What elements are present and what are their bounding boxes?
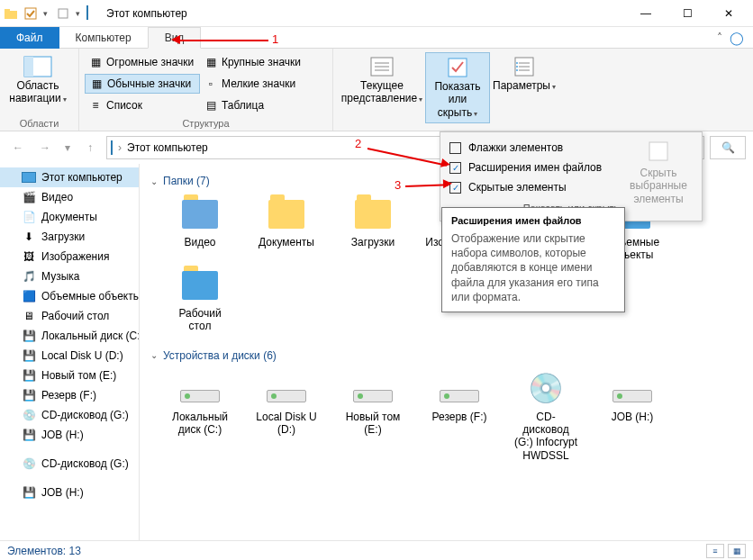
tree-music[interactable]: 🎵Музыка [0,266,139,286]
drives-grid: Локальный диск (C:) Local Disk U (D:) Но… [168,371,742,463]
folder-item[interactable]: Видео [168,196,231,262]
tab-file[interactable]: Файл [0,27,59,49]
up-button[interactable]: ↑ [79,137,101,158]
chevron-down-icon: ⌄ [150,176,158,186]
layout-small[interactable]: ▫Мелкие значки [200,74,315,94]
drive-icon: 💾 [22,368,36,383]
cd-icon: 💿 [524,371,567,407]
ribbon-group-panes: Область навигации▾ Области [0,49,79,131]
drive-item[interactable]: JOB (H:) [601,371,664,463]
collapse-ribbon-icon[interactable]: ˄ [717,32,722,44]
small-icons-icon: ▫ [204,77,218,91]
tree-pictures[interactable]: 🖼Изображения [0,247,139,266]
svg-rect-1 [5,9,10,12]
maximize-button[interactable]: ☐ [667,0,708,27]
tree-drive-c[interactable]: 💾Локальный диск (C:) [0,326,139,346]
address-location: Этот компьютер [127,141,208,154]
current-view-button[interactable]: Текущее представление▾ [339,52,425,109]
tree-drive-f[interactable]: 💾Резерв (F:) [0,385,139,405]
folder-icon [4,6,18,21]
tooltip-title: Расширения имен файлов [451,215,615,226]
anno-arrowhead-2 [440,158,451,169]
help-icon[interactable]: ◯ [730,31,744,45]
forward-button[interactable]: → [34,137,56,158]
anno-arrow-1 [178,40,268,41]
layout-huge[interactable]: ▦Огромные значки [85,52,200,72]
tree-drive-e[interactable]: 💾Новый том (E:) [0,366,139,385]
ribbon-group-view: Текущее представление▾ Показать или скры… [333,49,564,131]
drive-icon [178,371,222,407]
drive-item[interactable]: 💿CD-дисковод (G:) Infocrypt HWDSSL [514,371,577,463]
close-button[interactable]: ✕ [708,0,749,27]
drive-item[interactable]: Резерв (F:) [428,371,491,463]
show-hide-button[interactable]: Показать или скрыть▾ [425,52,490,123]
cube-icon: 🟦 [22,289,36,303]
tab-right: ˄ ◯ [201,27,753,49]
tree-cd-g2[interactable]: 💿CD-дисковод (G:) [0,454,139,474]
anno-arrowhead-3 [443,179,452,188]
tree-drive-d[interactable]: 💾Local Disk U (D:) [0,346,139,366]
tree-drive-h2[interactable]: 💾JOB (H:) [0,483,139,502]
folder-item[interactable]: Документы [255,196,318,262]
svg-point-13 [516,66,518,68]
ribbon-tabs: Файл Компьютер Вид ˄ ◯ [0,27,753,49]
tree-cd-g[interactable]: 💿CD-дисковод (G:) [0,405,139,425]
folder-icon [265,196,308,232]
tree-desktop[interactable]: 🖥Рабочий стол [0,306,139,326]
ribbon: Область навигации▾ Области ▦Огромные зна… [0,49,753,131]
tab-computer[interactable]: Компьютер [59,27,148,49]
tree-downloads[interactable]: ⬇Загрузки [0,227,139,247]
window-controls: — ☐ ✕ [625,0,749,27]
folder-item[interactable]: Рабочий стол [168,267,231,333]
hide-selected-button[interactable]: Скрыть выбранные элементы [624,140,693,205]
nav-pane-icon [23,56,52,77]
drive-icon: 💾 [22,388,36,402]
qat-dropdown[interactable]: ▾ [76,9,83,18]
download-icon: ⬇ [22,230,36,244]
options-icon [510,56,539,77]
current-view-icon [367,56,396,77]
layout-large[interactable]: ▦Крупные значки [200,52,315,72]
checkbox-icon [449,142,461,154]
folder-item[interactable]: Загрузки [341,196,404,262]
properties-icon[interactable] [56,6,70,21]
large-icons-icon: ▦ [204,55,218,69]
minimize-button[interactable]: — [625,0,667,27]
drive-item[interactable]: Local Disk U (D:) [255,371,318,463]
layout-list[interactable]: ≡Список [85,95,200,115]
layout-normal[interactable]: ▦Обычные значки [85,74,200,94]
back-button[interactable]: ← [7,137,29,158]
drive-item[interactable]: Новый том (E:) [341,371,404,463]
nav-pane-button[interactable]: Область навигации▾ [5,52,70,109]
tree-3d[interactable]: 🟦Объемные объекты [0,286,139,306]
hide-selected-icon [644,140,673,163]
drive-icon: 💾 [22,329,36,343]
tree-this-pc[interactable]: Этот компьютер [0,167,139,187]
drive-icon [265,371,308,407]
search-icon: 🔍 [721,141,735,154]
nav-tree[interactable]: Этот компьютер 🎬Видео 📄Документы ⬇Загруз… [0,164,140,540]
cd-icon: 💿 [22,456,36,471]
computer-icon [111,141,113,154]
cd-icon: 💿 [22,408,36,422]
recent-dropdown[interactable]: ▾ [61,137,74,158]
chevron-down-icon[interactable]: ▾ [43,9,50,18]
checkbox-icon[interactable] [23,6,38,21]
tree-drive-h[interactable]: 💾JOB (H:) [0,425,139,445]
table-icon: ▤ [204,98,218,113]
layout-table[interactable]: ▤Таблица [200,95,315,115]
drives-header[interactable]: ⌄Устройства и диски (6) [150,349,742,362]
details-view-icon[interactable]: ≡ [706,544,724,558]
drive-icon: 💾 [22,348,36,363]
tree-documents[interactable]: 📄Документы [0,207,139,227]
svg-point-12 [516,62,518,64]
ribbon-group-layout: ▦Огромные значки ▦Крупные значки ▦Обычны… [79,49,333,131]
icons-view-icon[interactable]: ▦ [728,544,746,558]
search-box[interactable]: 🔍 [710,136,746,159]
tree-videos[interactable]: 🎬Видео [0,187,139,207]
drive-item[interactable]: Локальный диск (C:) [168,371,231,463]
options-button[interactable]: Параметры▾ [490,52,558,95]
picture-icon: 🖼 [22,249,36,264]
folder-icon [178,196,222,232]
drive-icon: 💾 [22,485,36,500]
